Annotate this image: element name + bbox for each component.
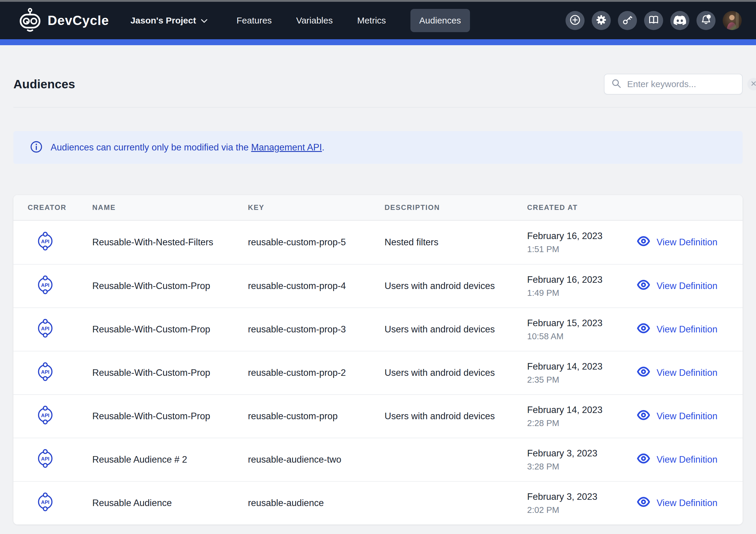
creator-cell: API <box>14 318 92 341</box>
actions-cell: View Definition <box>636 496 742 510</box>
key-cell: reusable-audience-two <box>248 454 385 465</box>
name-cell: Reusable Audience <box>92 498 248 508</box>
key-cell: reusable-custom-prop-5 <box>248 237 385 248</box>
view-definition-label: View Definition <box>657 454 717 465</box>
name-cell: Reusable-With-Custom-Prop <box>92 281 248 292</box>
chevron-down-icon <box>200 15 208 26</box>
actions-cell: View Definition <box>636 279 742 293</box>
created-at-cell: February 16, 2023 1:51 PM <box>527 231 636 254</box>
actions-cell: View Definition <box>636 409 742 423</box>
view-definition-button[interactable]: View Definition <box>636 409 742 423</box>
created-date: February 16, 2023 <box>527 274 636 285</box>
created-time: 1:49 PM <box>527 288 636 298</box>
svg-text:API: API <box>41 326 49 332</box>
search-box <box>604 74 742 94</box>
management-api-link[interactable]: Management API <box>251 142 322 153</box>
description-cell: Users with android devices <box>385 368 527 378</box>
svg-text:API: API <box>41 413 49 418</box>
api-keys-key-icon <box>621 14 634 27</box>
view-definition-button[interactable]: View Definition <box>636 366 742 380</box>
column-header-key: KEY <box>248 203 385 212</box>
created-date: February 14, 2023 <box>527 405 636 415</box>
audiences-table: CREATOR NAME KEY DESCRIPTION CREATED AT … <box>14 195 742 524</box>
view-definition-button[interactable]: View Definition <box>636 279 742 293</box>
search-clear-button[interactable] <box>747 78 756 90</box>
x-icon <box>751 81 756 88</box>
nav-item-audiences[interactable]: Audiences <box>411 9 470 32</box>
notifications-button[interactable] <box>696 11 716 30</box>
view-definition-label: View Definition <box>657 237 717 248</box>
description-cell: Users with android devices <box>385 411 527 421</box>
column-header-name: NAME <box>92 203 248 212</box>
view-definition-button[interactable]: View Definition <box>636 235 742 249</box>
name-cell: Reusable-With-Custom-Prop <box>92 368 248 378</box>
nav-item-metrics[interactable]: Metrics <box>357 15 386 26</box>
view-definition-label: View Definition <box>657 281 717 292</box>
settings-button[interactable] <box>592 11 611 30</box>
discord-button[interactable] <box>670 11 689 30</box>
table-row: API Reusable-With-Nested-Filters reusabl… <box>14 221 742 264</box>
view-definition-button[interactable]: View Definition <box>636 496 742 510</box>
nav-item-variables[interactable]: Variables <box>296 15 333 26</box>
user-avatar[interactable] <box>723 11 742 30</box>
view-definition-button[interactable]: View Definition <box>636 322 742 337</box>
api-badge-icon: API <box>37 361 54 384</box>
name-cell: Reusable-With-Custom-Prop <box>92 411 248 421</box>
banner-text-before: Audiences can currently only be modified… <box>51 142 251 153</box>
header-divider <box>14 107 756 108</box>
eye-icon <box>636 366 651 380</box>
table-row: API Reusable Audience # 2 reusable-audie… <box>14 438 742 481</box>
eye-icon <box>636 409 651 423</box>
created-at-cell: February 14, 2023 2:28 PM <box>527 405 636 428</box>
creator-cell: API <box>14 492 92 515</box>
info-banner: Audiences can currently only be modified… <box>14 131 742 164</box>
table-row: API Reusable-With-Custom-Prop reusable-c… <box>14 351 742 394</box>
actions-cell: View Definition <box>636 322 742 337</box>
docs-book-icon <box>648 14 660 27</box>
devcycle-robot-icon <box>18 8 42 34</box>
svg-text:API: API <box>41 499 49 505</box>
created-date: February 16, 2023 <box>527 231 636 242</box>
description-cell: Users with android devices <box>385 281 527 292</box>
column-header-creator: CREATOR <box>14 203 92 212</box>
search-input[interactable] <box>627 79 742 89</box>
created-date: February 3, 2023 <box>527 448 636 459</box>
project-selector-label: Jason's Project <box>130 15 196 26</box>
api-badge-icon: API <box>37 405 54 428</box>
nav-item-features[interactable]: Features <box>237 15 272 26</box>
svg-text:API: API <box>41 456 49 462</box>
info-circle-icon <box>30 140 43 155</box>
accent-strip <box>0 39 756 45</box>
key-cell: reusable-custom-prop-3 <box>248 324 385 335</box>
table-row: API Reusable-With-Custom-Prop reusable-c… <box>14 394 742 438</box>
project-selector[interactable]: Jason's Project <box>130 15 208 26</box>
key-cell: reusable-audience <box>248 498 385 508</box>
created-date: February 15, 2023 <box>527 318 636 329</box>
view-definition-button[interactable]: View Definition <box>636 452 742 467</box>
created-time: 2:35 PM <box>527 375 636 385</box>
key-cell: reusable-custom-prop-2 <box>248 368 385 378</box>
view-definition-label: View Definition <box>657 324 717 335</box>
created-at-cell: February 14, 2023 2:35 PM <box>527 361 636 385</box>
name-cell: Reusable-With-Nested-Filters <box>92 237 248 248</box>
created-time: 3:28 PM <box>527 462 636 471</box>
navbar-actions <box>565 11 742 30</box>
docs-button[interactable] <box>644 11 663 30</box>
brand-logo[interactable]: DevCycle <box>18 8 109 34</box>
creator-cell: API <box>14 448 92 471</box>
creator-cell: API <box>14 361 92 384</box>
api-keys-button[interactable] <box>618 11 637 30</box>
table-row: API Reusable-With-Custom-Prop reusable-c… <box>14 307 742 351</box>
key-cell: reusable-custom-prop-4 <box>248 281 385 292</box>
banner-text-suffix: . <box>322 142 325 153</box>
actions-cell: View Definition <box>636 235 742 249</box>
banner-text: Audiences can currently only be modified… <box>51 142 324 153</box>
top-navbar: DevCycle Jason's Project Features Variab… <box>0 2 756 39</box>
table-row: API Reusable-With-Custom-Prop reusable-c… <box>14 264 742 307</box>
page-title: Audiences <box>14 77 75 91</box>
created-at-cell: February 3, 2023 3:28 PM <box>527 448 636 471</box>
key-cell: reusable-custom-prop <box>248 411 385 421</box>
add-button[interactable] <box>565 11 584 30</box>
created-time: 2:02 PM <box>527 505 636 515</box>
svg-text:API: API <box>41 369 49 375</box>
